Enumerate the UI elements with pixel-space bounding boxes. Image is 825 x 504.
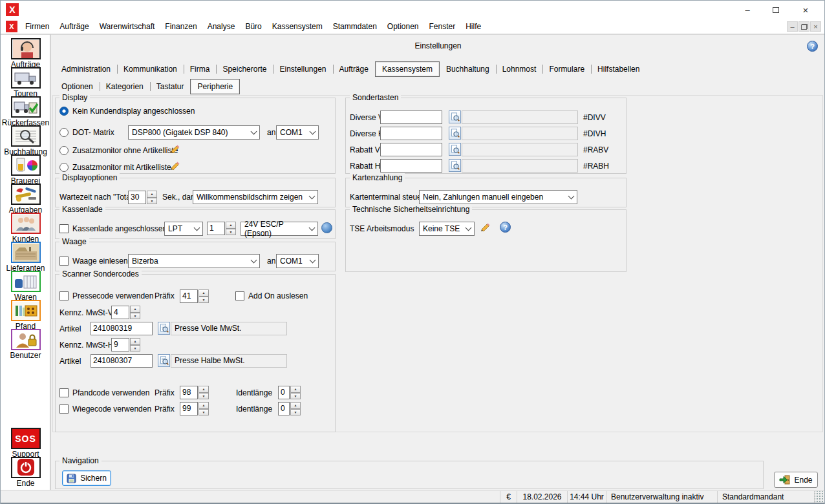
mwstv-value[interactable]: 4 [111, 306, 129, 319]
drawer-port-number-spinner[interactable]: 1 ▲▼ [207, 222, 236, 235]
wiege-ident-spinner[interactable]: 0 ▲▼ [278, 402, 301, 415]
menu-item-analyse[interactable]: Analyse [202, 19, 241, 34]
edit-pencil-icon[interactable] [480, 221, 491, 234]
diverse-h-lookup-button[interactable] [449, 127, 461, 140]
mwsth-value[interactable]: 9 [111, 338, 129, 352]
drawer-protocol-select[interactable]: 24V ESC/P (Epson) [241, 222, 318, 236]
spin-down-icon[interactable]: ▼ [130, 313, 140, 320]
radio-monitor-without-list[interactable] [59, 146, 69, 155]
artikel-h-input[interactable]: 241080307 [91, 354, 153, 368]
window-maximize-button[interactable] [766, 3, 786, 16]
drawer-port-number-value[interactable]: 1 [207, 222, 225, 235]
menu-item-auftraege[interactable]: Aufträge [54, 19, 94, 34]
rabatt-h-lookup-button[interactable] [449, 159, 461, 172]
spin-down-icon[interactable]: ▼ [130, 345, 140, 352]
sidebar-item-aufgaben[interactable]: Aufgaben [1, 184, 50, 215]
scale-device-select[interactable]: Bizerba [128, 254, 260, 268]
subtab-kategorien[interactable]: Kategorien [100, 78, 150, 95]
tab-auftraege[interactable]: Aufträge [333, 61, 375, 78]
spin-up-icon[interactable]: ▲ [198, 386, 209, 393]
subtab-tastatur[interactable]: Tastatur [150, 78, 191, 95]
resize-grip[interactable] [815, 491, 824, 503]
tab-kassensystem[interactable]: Kassensystem [375, 61, 440, 77]
tab-lohnmost[interactable]: Lohnmost [496, 61, 543, 78]
tse-mode-select[interactable]: Keine TSE [419, 222, 475, 236]
diverse-v-lookup-button[interactable] [449, 110, 461, 123]
wiegecode-checkbox[interactable] [59, 404, 69, 414]
artikel-v-input[interactable]: 241080319 [91, 322, 153, 335]
tab-einstellungen[interactable]: Einstellungen [273, 61, 332, 78]
wiege-praefix-value[interactable]: 99 [180, 402, 198, 415]
spin-down-icon[interactable]: ▼ [147, 198, 157, 205]
presse-praefix-value[interactable]: 41 [180, 289, 198, 303]
rabatt-v-input[interactable] [380, 143, 442, 156]
spin-up-icon[interactable]: ▲ [198, 289, 209, 297]
sidebar-item-lieferanten[interactable]: Lieferanten [1, 242, 50, 273]
pfand-praefix-spinner[interactable]: 98 ▲▼ [180, 386, 209, 399]
spin-down-icon[interactable]: ▼ [198, 297, 209, 304]
sidebar-item-pfand[interactable]: Pfand [1, 300, 50, 331]
pfandcode-checkbox[interactable] [59, 388, 69, 397]
display-device-select[interactable]: DSP800 (Gigatek DSP 840) [128, 125, 260, 140]
sidebar-item-kunden[interactable]: Kunden [1, 213, 50, 244]
sidebar-item-buchhaltung[interactable]: Buchhaltung [1, 125, 50, 156]
spin-up-icon[interactable]: ▲ [130, 306, 140, 313]
mdi-close-button[interactable]: × [810, 21, 821, 32]
spin-up-icon[interactable]: ▲ [226, 222, 236, 229]
mwsth-spinner[interactable]: 9 ▲▼ [111, 338, 140, 352]
edit-pencil-icon[interactable] [169, 160, 180, 173]
pfand-ident-value[interactable]: 0 [278, 386, 290, 399]
menu-item-finanzen[interactable]: Finanzen [160, 19, 202, 34]
spin-down-icon[interactable]: ▼ [198, 393, 209, 400]
menu-item-optionen[interactable]: Optionen [382, 19, 424, 34]
sidebar-item-support[interactable]: SOS Support [1, 428, 50, 459]
spin-up-icon[interactable]: ▲ [290, 386, 301, 393]
edit-pencil-icon[interactable] [169, 143, 180, 156]
tab-hilfstabellen[interactable]: Hilfstabellen [591, 61, 646, 78]
display-port-select[interactable]: COM1 [276, 125, 319, 140]
rabatt-h-input[interactable] [380, 159, 442, 173]
spin-down-icon[interactable]: ▼ [290, 393, 301, 400]
wait-seconds-spinner[interactable]: 30 ▲▼ [128, 191, 157, 204]
help-icon[interactable]: ? [807, 41, 818, 52]
sidebar-item-rueckerfassen[interactable]: Rückerfassen [1, 96, 50, 127]
scale-read-checkbox[interactable] [59, 257, 69, 266]
radio-no-customer-display[interactable] [59, 107, 69, 116]
menu-item-warenwirtschaft[interactable]: Warenwirtschaft [94, 19, 160, 34]
spin-down-icon[interactable]: ▼ [226, 229, 236, 236]
after-total-action-select[interactable]: Willkommensbildschirm zeigen [193, 190, 318, 204]
menu-item-stammdaten[interactable]: Stammdaten [328, 19, 382, 34]
spin-up-icon[interactable]: ▲ [130, 338, 140, 345]
artikel-h-lookup-button[interactable] [158, 354, 170, 367]
menu-item-firmen[interactable]: Firmen [20, 19, 54, 34]
tab-formulare[interactable]: Formulare [542, 61, 591, 78]
diverse-h-input[interactable] [380, 127, 442, 140]
artikel-v-lookup-button[interactable] [158, 322, 170, 335]
wiege-praefix-spinner[interactable]: 99 ▲▼ [180, 402, 209, 415]
pressecode-checkbox[interactable] [59, 291, 69, 300]
pfand-praefix-value[interactable]: 98 [180, 386, 198, 399]
sidebar-item-touren[interactable]: Touren [1, 67, 50, 98]
pfand-ident-spinner[interactable]: 0 ▲▼ [278, 386, 301, 399]
drawer-test-ball-icon[interactable] [321, 222, 332, 233]
menu-item-kassensystem[interactable]: Kassensystem [267, 19, 328, 34]
drawer-connected-checkbox[interactable] [59, 224, 69, 233]
ende-button[interactable]: Ende [774, 472, 818, 488]
window-close-button[interactable]: × [796, 3, 815, 16]
menu-item-buero[interactable]: Büro [240, 19, 266, 34]
spin-down-icon[interactable]: ▼ [198, 409, 209, 416]
menu-item-hilfe[interactable]: Hilfe [460, 19, 486, 34]
tab-kommunikation[interactable]: Kommunikation [117, 61, 184, 78]
wiege-ident-value[interactable]: 0 [278, 402, 290, 415]
radio-monitor-with-list[interactable] [59, 163, 69, 172]
sidebar-item-waren[interactable]: Waren [1, 271, 50, 302]
sidebar-item-benutzer[interactable]: Benutzer [1, 329, 50, 360]
menu-item-fenster[interactable]: Fenster [424, 19, 461, 34]
tab-buchhaltung[interactable]: Buchhaltung [440, 61, 496, 78]
help-icon[interactable]: ? [500, 222, 511, 233]
scale-port-select[interactable]: COM1 [276, 254, 319, 268]
sidebar-item-ende[interactable]: Ende [1, 457, 50, 488]
diverse-v-input[interactable] [380, 110, 442, 124]
radio-dot-matrix[interactable] [59, 128, 69, 137]
tab-administration[interactable]: Administration [55, 61, 117, 78]
